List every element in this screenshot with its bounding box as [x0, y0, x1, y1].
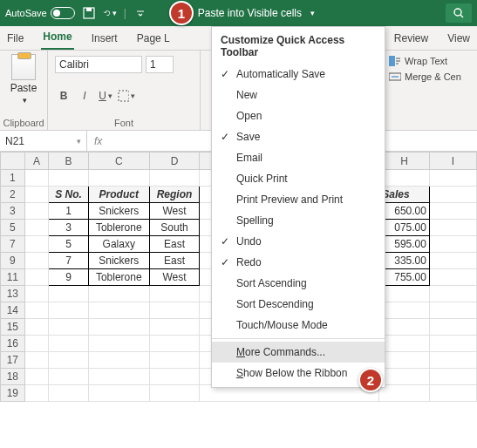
menu-item-email[interactable]: Email: [212, 147, 385, 168]
autosave-toggle[interactable]: AutoSave: [5, 7, 75, 19]
table-cell[interactable]: 755.00: [379, 269, 430, 286]
font-size-select[interactable]: 1: [146, 56, 174, 73]
row-header[interactable]: 19: [1, 385, 25, 402]
table-header[interactable]: Region: [149, 187, 200, 203]
table-cell[interactable]: 075.00: [379, 220, 430, 236]
table-cell[interactable]: Galaxy: [88, 236, 149, 253]
italic-button[interactable]: I: [76, 87, 93, 105]
table-cell[interactable]: 5: [49, 236, 89, 253]
table-cell[interactable]: West: [149, 203, 200, 220]
table-cell[interactable]: Toblerone: [88, 269, 149, 286]
row-header[interactable]: 3: [1, 203, 25, 220]
row-header[interactable]: 2: [1, 187, 25, 203]
menu-item-autosave[interactable]: Automatically Save: [212, 64, 385, 85]
underline-button[interactable]: U▾: [97, 87, 114, 105]
menu-item-new[interactable]: New: [212, 85, 385, 105]
menu-item-spelling[interactable]: Spelling: [212, 210, 385, 231]
table-cell[interactable]: East: [149, 236, 200, 253]
tab-review[interactable]: Review: [392, 29, 430, 50]
table-cell[interactable]: Snickers: [88, 253, 149, 269]
table-cell[interactable]: East: [149, 253, 200, 269]
svg-rect-1: [86, 8, 92, 11]
select-all-corner[interactable]: [1, 153, 25, 170]
table-cell[interactable]: 335.00: [379, 253, 430, 269]
table-cell[interactable]: 7: [49, 253, 89, 269]
row-header[interactable]: 7: [1, 236, 25, 253]
annotation-callout-1: 1: [169, 1, 194, 25]
qat-customize-icon[interactable]: [133, 6, 147, 20]
tab-file[interactable]: File: [5, 29, 25, 50]
name-box-value: N21: [5, 135, 24, 147]
font-group: Calibri 1 B I U▾ ▾ Font: [48, 51, 201, 130]
undo-icon[interactable]: ▾: [103, 6, 117, 20]
merge-label: Merge & Cen: [405, 71, 461, 82]
table-cell[interactable]: 1: [49, 203, 89, 220]
table-cell[interactable]: West: [149, 269, 200, 286]
svg-line-3: [460, 15, 463, 17]
name-box[interactable]: N21 ▾: [0, 131, 87, 151]
row-header[interactable]: 11: [1, 269, 25, 286]
table-cell[interactable]: 650.00: [379, 203, 430, 220]
bold-button[interactable]: B: [55, 87, 72, 105]
svg-rect-4: [119, 91, 129, 101]
menu-item-save[interactable]: Save: [212, 126, 385, 147]
table-cell[interactable]: 3: [49, 220, 89, 236]
row-header[interactable]: 18: [1, 369, 25, 385]
row-header[interactable]: 14: [1, 302, 25, 319]
menu-item-sort-asc[interactable]: Sort Ascending: [212, 273, 385, 294]
annotation-callout-2: 2: [358, 368, 383, 392]
menu-item-quick-print[interactable]: Quick Print: [212, 168, 385, 189]
menu-item-print-preview[interactable]: Print Preview and Print: [212, 189, 385, 210]
svg-point-2: [454, 9, 461, 16]
paste-icon: [11, 54, 36, 80]
border-button[interactable]: ▾: [118, 87, 135, 105]
col-header[interactable]: I: [429, 153, 476, 170]
font-label: Font: [55, 116, 193, 128]
row-header[interactable]: 16: [1, 336, 25, 352]
table-cell[interactable]: Toblerone: [88, 220, 149, 236]
font-name-select[interactable]: Calibri: [55, 56, 142, 73]
row-header[interactable]: 15: [1, 319, 25, 336]
fx-icon[interactable]: fx: [87, 135, 109, 147]
table-cell[interactable]: South: [149, 220, 200, 236]
autosave-label: AutoSave: [5, 8, 47, 18]
table-header[interactable]: Sales: [379, 187, 430, 203]
merge-center-button[interactable]: Merge & Cen: [389, 71, 474, 82]
tab-home[interactable]: Home: [41, 27, 73, 50]
menu-item-undo[interactable]: Undo: [212, 231, 385, 252]
row-header[interactable]: 17: [1, 352, 25, 369]
wrap-label: Wrap Text: [405, 56, 447, 66]
table-cell[interactable]: 9: [49, 269, 89, 286]
wrap-text-button[interactable]: Wrap Text: [389, 56, 474, 66]
clipboard-label: Clipboard: [3, 116, 44, 128]
row-header[interactable]: 5: [1, 220, 25, 236]
tab-view[interactable]: View: [446, 29, 472, 50]
menu-item-touch-mouse[interactable]: Touch/Mouse Mode: [212, 315, 385, 336]
menu-title: Customize Quick Access Toolbar: [212, 27, 385, 64]
search-button[interactable]: [446, 3, 472, 23]
table-header[interactable]: Product: [88, 187, 149, 203]
row-header[interactable]: 1: [1, 170, 25, 187]
qat-customize-menu: Customize Quick Access Toolbar Automatic…: [211, 26, 385, 388]
tab-insert[interactable]: Insert: [90, 29, 119, 50]
title-bar: AutoSave ▾ | Paste into Visible cells▾: [0, 0, 477, 26]
table-cell[interactable]: Snickers: [88, 203, 149, 220]
col-header[interactable]: D: [149, 153, 200, 170]
table-cell[interactable]: 595.00: [379, 236, 430, 253]
row-header[interactable]: 9: [1, 253, 25, 269]
toggle-off-icon[interactable]: [51, 7, 75, 19]
menu-item-sort-desc[interactable]: Sort Descending: [212, 294, 385, 315]
col-header[interactable]: C: [88, 153, 149, 170]
menu-item-redo[interactable]: Redo: [212, 252, 385, 273]
menu-item-more-commands[interactable]: More Commands...: [212, 342, 385, 363]
menu-item-open[interactable]: Open: [212, 105, 385, 126]
tab-page-layout[interactable]: Page L: [135, 29, 172, 50]
save-icon[interactable]: [82, 6, 96, 20]
document-title[interactable]: Paste into Visible cells: [198, 7, 302, 19]
paste-button[interactable]: Paste ▾: [10, 54, 37, 105]
table-header[interactable]: S No.: [49, 187, 89, 203]
col-header[interactable]: H: [379, 153, 430, 170]
col-header[interactable]: B: [49, 153, 89, 170]
col-header[interactable]: A: [24, 153, 49, 170]
row-header[interactable]: 13: [1, 286, 25, 302]
